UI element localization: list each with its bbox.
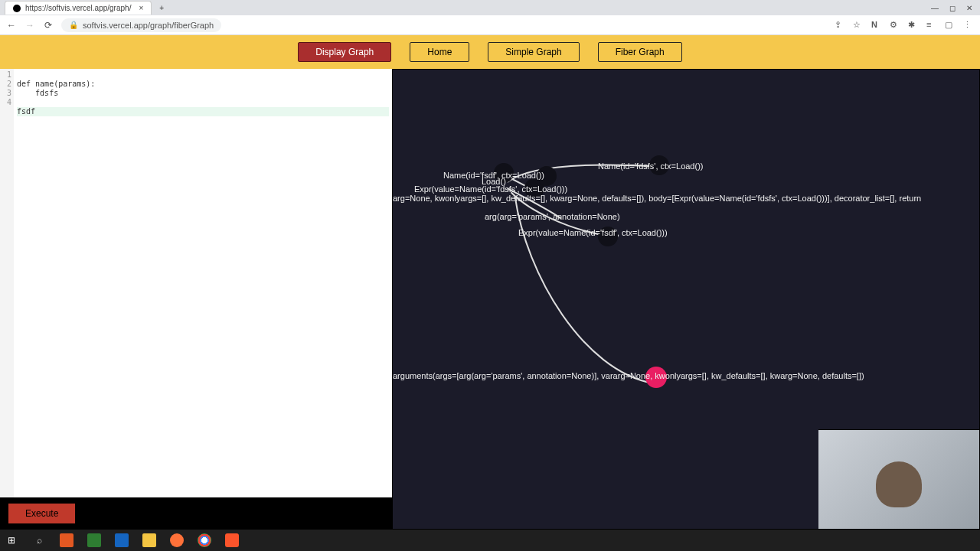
code-line: fdsfs [17, 89, 58, 97]
workspace: 1 2 3 4 def name(params): fdsfs fsdf Exe… [0, 69, 980, 530]
tab-close-icon[interactable]: × [139, 4, 143, 12]
code-line: fsdf [17, 107, 389, 116]
graph-label: Expr(value=Name(id='fdsfs', ctx=Load())) [414, 184, 567, 194]
home-button[interactable]: Home [410, 42, 469, 62]
tab-title: https://softvis.vercel.app/graph/ [25, 4, 131, 12]
new-tab-button[interactable]: + [155, 1, 168, 15]
window-minimize-icon[interactable]: — [931, 4, 939, 12]
line-number: 4 [0, 98, 11, 107]
vscode-icon[interactable] [115, 533, 129, 547]
extension-n-icon[interactable]: N [871, 20, 882, 31]
webcam-overlay [818, 429, 979, 529]
graph-label: Expr(value=Name(id='fsdf', ctx=Load())) [518, 228, 668, 237]
url-box[interactable]: 🔒 softvis.vercel.app/graph/fiberGraph [61, 18, 221, 32]
page-content: Display Graph Home Simple Graph Fiber Gr… [0, 35, 980, 530]
graph-label: arg=None, kwonlyargs=[], kw_defaults=[],… [393, 194, 921, 203]
share-icon[interactable]: ⇪ [835, 20, 845, 31]
bookmark-icon[interactable]: ☆ [853, 20, 864, 31]
url-text: softvis.vercel.app/graph/fiberGraph [83, 21, 214, 30]
line-number: 3 [0, 89, 11, 98]
extension-settings-icon[interactable]: ⚙ [890, 20, 900, 31]
start-button-icon[interactable]: ⊞ [5, 533, 18, 547]
lock-icon: 🔒 [69, 21, 78, 29]
windows-taskbar: ⊞ ⌕ [0, 530, 980, 551]
left-column: 1 2 3 4 def name(params): fdsfs fsdf Exe… [0, 69, 392, 530]
browser-menu-icon[interactable]: ⋮ [963, 20, 974, 31]
extension-list-icon[interactable]: ≡ [926, 20, 937, 31]
tab-favicon [13, 5, 21, 12]
editor-code[interactable]: def name(params): fdsfs fsdf [14, 69, 392, 497]
editor-gutter: 1 2 3 4 [0, 69, 14, 497]
extension-puzzle-icon[interactable]: ✱ [908, 20, 919, 31]
window-maximize-icon[interactable]: ◻ [949, 4, 956, 12]
nav-reload-icon[interactable]: ⟳ [43, 20, 54, 31]
simple-graph-button[interactable]: Simple Graph [488, 42, 579, 62]
code-line: def name(params): [17, 80, 95, 88]
window-close-icon[interactable]: ✕ [966, 4, 972, 12]
firefox-icon[interactable] [170, 533, 184, 547]
brave-icon[interactable] [225, 533, 239, 547]
browser-tab[interactable]: https://softvis.vercel.app/graph/ × [5, 1, 152, 15]
nav-back-icon[interactable]: ← [6, 20, 17, 31]
search-icon[interactable]: ⌕ [32, 533, 46, 547]
execute-button[interactable]: Execute [8, 503, 76, 524]
graph-label: arguments(args=[arg(arg='params', annota… [393, 371, 864, 380]
line-number: 2 [0, 80, 11, 89]
graph-label: Name(id='fdsfs', ctx=Load()) [598, 161, 703, 171]
graph-label: arg(arg='params', annotation=None) [485, 212, 620, 221]
line-number: 1 [0, 70, 11, 80]
graph-canvas[interactable]: Name(id='fdsfs', ctx=Load()) Name(id='fs… [392, 69, 980, 530]
browser-titlebar: https://softvis.vercel.app/graph/ × + — … [0, 0, 980, 15]
display-graph-button[interactable]: Display Graph [298, 42, 391, 62]
taskbar-app-icon[interactable] [87, 533, 101, 547]
taskbar-app-icon[interactable] [60, 533, 74, 547]
fiber-graph-button[interactable]: Fiber Graph [598, 42, 682, 62]
browser-address-bar: ← → ⟳ 🔒 softvis.vercel.app/graph/fiberGr… [0, 15, 980, 35]
nav-forward-icon[interactable]: → [24, 20, 35, 31]
chrome-icon[interactable] [198, 533, 211, 547]
code-editor[interactable]: 1 2 3 4 def name(params): fdsfs fsdf [0, 69, 392, 497]
execute-bar: Execute [0, 497, 392, 530]
extension-panel-icon[interactable]: ▢ [945, 20, 956, 31]
top-nav-bar: Display Graph Home Simple Graph Fiber Gr… [0, 35, 980, 69]
file-explorer-icon[interactable] [142, 533, 156, 547]
